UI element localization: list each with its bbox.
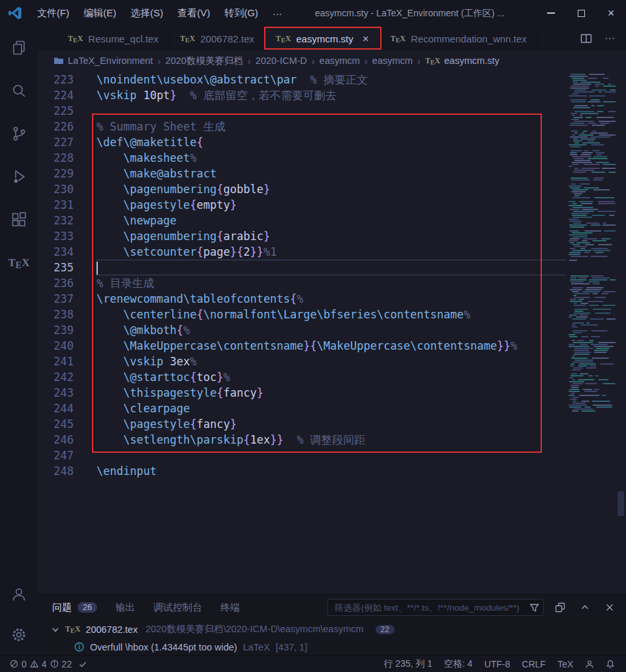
more-actions-icon[interactable]: ··· (601, 30, 618, 47)
tab-Resume_qcl.tex[interactable]: TEXResume_qcl.tex (57, 26, 170, 51)
code-text: \thispagestyle{fancy} (97, 385, 566, 401)
code-line-225[interactable]: 225 (38, 103, 566, 119)
menu-goto[interactable]: 转到(G) (217, 4, 265, 23)
code-line-245[interactable]: 245 \pagestyle{fancy} (38, 416, 566, 432)
breadcrumb-item-easymcm[interactable]: easymcm (372, 55, 413, 66)
code-text: \@mkboth{% (97, 322, 566, 338)
run-debug-icon[interactable] (0, 155, 38, 198)
account-icon[interactable] (0, 574, 38, 615)
menu-edit[interactable]: 编辑(E) (76, 4, 123, 23)
editor-scrollbar[interactable] (616, 70, 626, 594)
code-line-234[interactable]: 234 \setcounter{page}{2}}%1 (38, 244, 566, 260)
explorer-icon[interactable] (0, 26, 38, 69)
problem-source: LaTeX (243, 642, 270, 652)
menu-view[interactable]: 查看(V) (170, 4, 217, 23)
code-line-227[interactable]: 227\def\@maketitle{ (38, 134, 566, 150)
eol-sequence[interactable]: CRLF (518, 656, 549, 672)
code-line-223[interactable]: 223\noindent\usebox\@abstract\par % 摘要正文 (38, 72, 566, 87)
latex-workshop-icon[interactable]: TEX (0, 241, 38, 284)
line-number: 238 (38, 307, 97, 322)
maximize-panel-icon[interactable] (576, 599, 593, 616)
code-line-240[interactable]: 240 \MakeUppercase\contentsname}{\MakeUp… (38, 338, 566, 354)
chevron-down-icon[interactable] (51, 625, 60, 634)
window-title: easymcm.sty - LaTeX_Environment (工作区) ..… (315, 0, 505, 26)
close-tab-icon[interactable]: × (363, 33, 369, 44)
breadcrumb-item-2020数模美赛归档[interactable]: 2020数模美赛归档 (166, 55, 243, 67)
code-line-235[interactable]: 235 (38, 260, 566, 275)
line-number: 225 (38, 103, 97, 119)
minimize-button[interactable] (536, 0, 566, 26)
filter-funnel-icon[interactable] (529, 603, 539, 613)
line-number: 232 (38, 213, 97, 228)
menu-selection[interactable]: 选择(S) (123, 4, 170, 23)
breadcrumb-item-LaTeX_Environment[interactable]: LaTeX_Environment (53, 55, 153, 66)
code-line-233[interactable]: 233 \pagenumbering{arabic} (38, 228, 566, 244)
encoding[interactable]: UTF-8 (481, 656, 514, 672)
line-number: 239 (38, 322, 97, 338)
problems-file-row[interactable]: TEX 2006782.tex 2020数模美赛归档\2020-ICM-D\ea… (38, 620, 626, 638)
collapse-all-icon[interactable] (552, 599, 569, 616)
panel-header: 问题26输出调试控制台终端 (38, 594, 626, 620)
tab-2006782.tex[interactable]: TEX2006782.tex (170, 26, 265, 51)
code-line-226[interactable]: 226% Summary Sheet 生成 (38, 119, 566, 134)
breadcrumb-separator-icon: › (248, 55, 251, 67)
code-line-243[interactable]: 243 \thispagestyle{fancy} (38, 385, 566, 401)
line-number: 229 (38, 166, 97, 181)
code-line-244[interactable]: 244 \clearpage (38, 401, 566, 416)
code-line-231[interactable]: 231 \pagestyle{empty} (38, 197, 566, 213)
feedback-icon[interactable] (582, 656, 597, 672)
info-count: 22 (62, 659, 72, 669)
activity-bar: TEX (0, 26, 38, 655)
language-mode[interactable]: TeX (554, 656, 576, 672)
bell-icon[interactable] (603, 656, 618, 672)
split-editor-icon[interactable] (578, 30, 595, 47)
code-line-229[interactable]: 229 \make@abstract (38, 166, 566, 181)
tab-Recommendation_wnn.tex[interactable]: TEXRecommendation_wnn.tex (380, 26, 538, 51)
menu-more-icon[interactable]: ··· (265, 5, 290, 22)
code-line-247[interactable]: 247 (38, 448, 566, 463)
code-line-246[interactable]: 246 \setlength\parskip{1ex}} % 调整段间距 (38, 432, 566, 448)
code-line-236[interactable]: 236% 目录生成 (38, 275, 566, 291)
menu-file[interactable]: 文件(F) (30, 4, 76, 23)
close-window-button[interactable]: × (596, 0, 626, 26)
panel-tab-终端[interactable]: 终端 (220, 602, 240, 614)
breadcrumb-item-2020-ICM-D[interactable]: 2020-ICM-D (256, 55, 307, 66)
code-line-237[interactable]: 237\renewcommand\tableofcontents{% (38, 291, 566, 307)
code-line-238[interactable]: 238 \centerline{\normalfont\Large\bfseri… (38, 307, 566, 322)
minimap[interactable] (567, 72, 616, 437)
problems-status[interactable]: 0 4 22 (7, 656, 75, 672)
code-line-241[interactable]: 241 \vskip 3ex% (38, 354, 566, 369)
indentation[interactable]: 空格: 4 (441, 656, 476, 672)
code-line-224[interactable]: 224\vskip 10pt} % 底部留空，若不需要可删去 (38, 87, 566, 103)
code-line-242[interactable]: 242 \@starttoc{toc}% (38, 369, 566, 385)
title-bar: 文件(F) 编辑(E) 选择(S) 查看(V) 转到(G) ··· easymc… (0, 0, 626, 26)
breadcrumb-item-easymcm.sty[interactable]: TEXeasymcm.sty (425, 55, 499, 66)
code-line-228[interactable]: 228 \makesheet% (38, 150, 566, 166)
breadcrumb-separator-icon: › (158, 55, 161, 67)
problem-row[interactable]: Overfull \hbox (1.43445pt too wide) LaTe… (38, 638, 626, 656)
code-line-230[interactable]: 230 \pagenumbering{gobble} (38, 181, 566, 197)
maximize-button[interactable] (566, 0, 596, 26)
code-line-239[interactable]: 239 \@mkboth{% (38, 322, 566, 338)
line-number: 231 (38, 197, 97, 213)
warning-count: 4 (42, 659, 47, 669)
breadcrumb-item-easymcm[interactable]: easymcm (320, 55, 360, 66)
close-panel-icon[interactable] (601, 599, 618, 616)
tab-easymcm.sty[interactable]: TEXeasymcm.sty× (265, 26, 380, 51)
panel-tab-调试控制台[interactable]: 调试控制台 (153, 602, 202, 614)
source-control-icon[interactable] (0, 112, 38, 155)
panel-tab-问题[interactable]: 问题26 (52, 602, 97, 614)
code-text: \centerline{\normalfont\Large\bfseries\c… (97, 307, 566, 322)
latex-build-status[interactable] (75, 656, 91, 672)
extensions-icon[interactable] (0, 198, 38, 241)
settings-gear-icon[interactable] (0, 615, 38, 655)
editor[interactable]: 223\noindent\usebox\@abstract\par % 摘要正文… (38, 70, 626, 594)
panel-tab-输出[interactable]: 输出 (115, 602, 135, 614)
search-icon[interactable] (0, 69, 38, 112)
scrollbar-thumb[interactable] (618, 491, 624, 516)
cursor-position[interactable]: 行 235, 列 1 (380, 656, 436, 672)
filter-input[interactable] (335, 603, 529, 613)
breadcrumb-separator-icon: › (417, 55, 421, 67)
code-line-232[interactable]: 232 \newpage (38, 213, 566, 228)
code-line-248[interactable]: 248\endinput (38, 463, 566, 479)
